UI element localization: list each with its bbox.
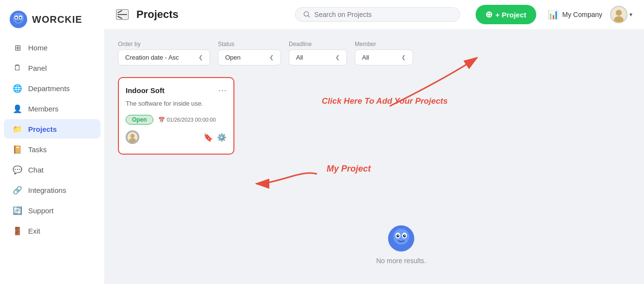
order-by-select[interactable]: Creation date - Asc ❮	[118, 49, 210, 65]
filter-member: Member All ❮	[355, 41, 413, 65]
filter-order-by: Order by Creation date - Asc ❮	[118, 41, 210, 65]
mascot-icon	[387, 224, 416, 253]
sidebar-item-members[interactable]: 👤 Members	[4, 99, 100, 118]
svg-point-28	[404, 235, 405, 236]
chevron-down-icon: ▾	[629, 11, 632, 18]
svg-point-14	[131, 134, 135, 138]
filter-deadline: Deadline All ❮	[289, 41, 347, 65]
svg-text:★★★★★: ★★★★★	[614, 19, 624, 22]
sidebar-item-home[interactable]: ⊞ Home	[4, 38, 100, 57]
svg-text:Click Here To Add Your Project: Click Here To Add Your Projects	[322, 96, 447, 106]
deadline-chevron: ❮	[335, 54, 340, 61]
status-value: Open	[225, 54, 241, 61]
settings-icon[interactable]: ⚙️	[217, 133, 227, 142]
header: Projects ⊕ + Project 📊 My Company ★★★★★	[104, 0, 644, 29]
no-results-area: No more results.	[376, 224, 426, 265]
bookmark-icon[interactable]: 🔖	[203, 133, 213, 142]
card-avatar	[126, 130, 139, 144]
svg-point-6	[16, 17, 17, 18]
card-header: Indoor Soft ⋯	[126, 85, 227, 95]
integrations-icon: 🔗	[13, 185, 22, 195]
deadline-label: Deadline	[289, 41, 347, 47]
project-card[interactable]: Indoor Soft ⋯ The software for inside us…	[118, 77, 234, 155]
sidebar-item-label: Panel	[28, 64, 47, 72]
card-title: Indoor Soft	[126, 86, 165, 95]
deadline-value: All	[296, 54, 303, 61]
svg-text:My Project: My Project	[327, 164, 371, 174]
sidebar-item-exit[interactable]: 🚪 Exit	[4, 221, 100, 240]
sidebar-item-label: Support	[28, 206, 54, 215]
sidebar-item-support[interactable]: 🔄 Support	[4, 201, 100, 220]
home-icon: ⊞	[13, 43, 22, 52]
company-label: My Company	[562, 11, 602, 18]
card-status-row: Open 📅 01/26/2023 00:00:00	[126, 115, 227, 125]
order-by-value: Creation date - Asc	[125, 54, 179, 61]
svg-point-10	[616, 10, 622, 16]
sidebar-item-panel[interactable]: 🗒 Panel	[4, 58, 100, 78]
sidebar: WORCKIE ⊞ Home 🗒 Panel 🌐 Departments 👤 M…	[0, 0, 104, 284]
filter-status: Status Open ❮	[218, 41, 281, 65]
member-select[interactable]: All ❮	[355, 49, 413, 65]
status-label: Status	[218, 41, 281, 47]
add-project-button[interactable]: ⊕ + Project	[476, 5, 536, 24]
company-area[interactable]: 📊 My Company	[548, 9, 602, 20]
sidebar-item-label: Integrations	[28, 186, 66, 194]
status-select[interactable]: Open ❮	[218, 49, 281, 65]
card-menu-button[interactable]: ⋯	[218, 85, 227, 95]
member-value: All	[362, 54, 369, 61]
avatar-area[interactable]: ★★★★★ ▾	[610, 6, 632, 23]
svg-point-27	[397, 235, 398, 236]
projects-icon: 📁	[13, 124, 22, 134]
order-by-label: Order by	[118, 41, 210, 47]
sidebar-item-label: Exit	[28, 227, 40, 235]
logo-icon	[9, 10, 28, 29]
sidebar-item-integrations[interactable]: 🔗 Integrations	[4, 180, 100, 200]
svg-point-7	[20, 17, 21, 18]
departments-icon: 🌐	[13, 83, 22, 93]
members-icon: 👤	[13, 104, 22, 113]
avatar: ★★★★★	[610, 6, 627, 23]
panel-icon: 🗒	[13, 63, 22, 73]
add-project-label: + Project	[495, 11, 527, 19]
filters-row: Order by Creation date - Asc ❮ Status Op…	[118, 41, 630, 65]
sidebar-logo: WORCKIE	[0, 6, 104, 38]
search-bar[interactable]	[295, 7, 460, 22]
main-area: Projects ⊕ + Project 📊 My Company ★★★★★	[104, 0, 644, 284]
logo-text: WORCKIE	[32, 14, 83, 25]
search-input[interactable]	[314, 11, 452, 18]
support-icon: 🔄	[13, 205, 22, 215]
chat-icon: 💬	[13, 165, 22, 174]
back-button[interactable]	[116, 9, 129, 20]
no-results-text: No more results.	[376, 257, 426, 265]
card-description: The software for inside use.	[126, 99, 227, 108]
sidebar-item-tasks[interactable]: 📔 Tasks	[4, 140, 100, 159]
calendar-icon: 📅	[158, 117, 165, 123]
tasks-icon: 📔	[13, 144, 22, 154]
member-chevron: ❮	[401, 54, 406, 61]
page-title: Projects	[136, 8, 179, 21]
sidebar-item-label: Members	[28, 105, 59, 113]
status-chevron: ❮	[269, 54, 274, 61]
card-actions: 🔖 ⚙️	[203, 133, 227, 142]
deadline-text: 📅 01/26/2023 00:00:00	[158, 117, 216, 123]
sidebar-item-label: Projects	[28, 125, 57, 133]
sidebar-item-label: Home	[28, 44, 48, 52]
deadline-select[interactable]: All ❮	[289, 49, 347, 65]
sidebar-item-projects[interactable]: 📁 Projects	[4, 119, 100, 139]
sidebar-item-label: Departments	[28, 84, 70, 93]
sidebar-item-label: Chat	[28, 166, 44, 174]
status-badge: Open	[126, 115, 153, 125]
add-project-icon: ⊕	[485, 9, 493, 20]
order-by-chevron: ❮	[198, 54, 203, 61]
sidebar-nav: ⊞ Home 🗒 Panel 🌐 Departments 👤 Members 📁…	[0, 38, 104, 278]
sidebar-item-label: Tasks	[28, 145, 47, 154]
sidebar-item-departments[interactable]: 🌐 Departments	[4, 79, 100, 98]
member-label: Member	[355, 41, 413, 47]
content-area: Order by Creation date - Asc ❮ Status Op…	[104, 29, 644, 284]
exit-icon: 🚪	[13, 226, 22, 236]
company-icon: 📊	[548, 9, 559, 20]
card-footer: 🔖 ⚙️	[126, 130, 227, 144]
search-icon	[303, 11, 311, 18]
sidebar-item-chat[interactable]: 💬 Chat	[4, 160, 100, 179]
